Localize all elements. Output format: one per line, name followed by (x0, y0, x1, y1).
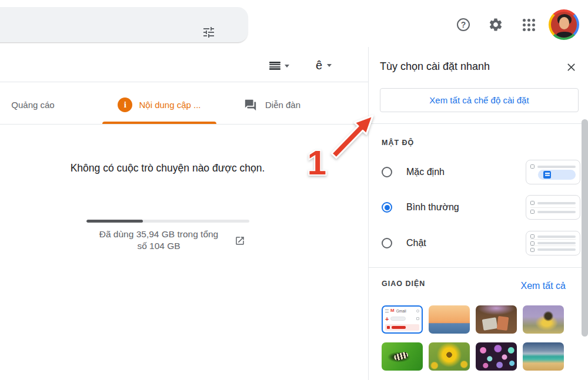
tab-label: Diễn đàn (265, 100, 300, 110)
list-lines-icon (269, 62, 280, 70)
theme-thumbnail-bokeh-lights[interactable] (476, 342, 517, 371)
density-option-label: Chật (406, 238, 426, 248)
density-thumbnail-default (526, 160, 580, 184)
theme-thumbnail-gmail-default[interactable]: M Gmail + (382, 305, 423, 334)
storage-progress-fill (86, 220, 143, 223)
settings-gear-button[interactable] (484, 13, 507, 36)
panel-divider (369, 267, 588, 268)
annotation-step-number: 1 (308, 143, 326, 181)
help-icon: ? (457, 18, 470, 31)
search-bar[interactable] (0, 7, 248, 42)
density-option-default[interactable]: Mặc định (382, 160, 580, 184)
tab-label: Nội dung cập ... (139, 100, 201, 110)
theme-thumbnail-sunflower[interactable] (429, 342, 470, 371)
reading-pane-toggle[interactable] (269, 58, 296, 73)
empty-state-message: Không có cuộc trò chuyện nào được chọn. (26, 162, 309, 174)
radio-default[interactable] (382, 167, 392, 177)
theme-grid: M Gmail + (382, 305, 565, 371)
density-option-comfortable[interactable]: Bình thường (382, 195, 580, 220)
theme-thumbnail-caterpillar[interactable] (382, 342, 423, 371)
tab-updates[interactable]: i Nội dung cập ... (101, 86, 218, 124)
theme-thumbnail-sunset-beach[interactable] (429, 305, 470, 334)
gmail-brand-text: Gmail (396, 309, 406, 313)
density-option-label: Bình thường (406, 202, 459, 213)
input-tools-toggle[interactable]: ê (316, 56, 340, 74)
theme-thumbnail-beach-sky[interactable] (523, 342, 564, 371)
info-icon: i (118, 97, 132, 112)
chevron-down-icon (285, 65, 289, 68)
tab-label: Quảng cáo (11, 100, 54, 110)
density-thumbnail-compact (526, 231, 580, 255)
red-arrow (332, 116, 373, 158)
attachment-chip-icon (543, 171, 551, 179)
panel-divider (369, 123, 588, 124)
gmail-window: ? ê Quảng cáo i Nội dung cập ... (0, 0, 588, 380)
avatar-photo (551, 12, 577, 38)
density-option-label: Mặc định (406, 167, 445, 177)
storage-usage-text: Đã dùng 35,94 GB trong tổng số 104 GB (85, 228, 232, 252)
open-in-new-icon[interactable] (235, 236, 245, 246)
panel-title: Tùy chọn cài đặt nhanh (380, 60, 490, 73)
quick-settings-panel: Tùy chọn cài đặt nhanh Xem tất cả chế độ… (368, 47, 588, 380)
forum-chat-icon (244, 99, 257, 112)
theme-thumbnail-bee-on-flower[interactable] (523, 305, 564, 334)
mini-menu-icon (385, 310, 389, 312)
gmail-logo-m: M (390, 308, 395, 313)
density-header: MẬT ĐỘ (382, 139, 414, 147)
help-button[interactable]: ? (452, 13, 475, 36)
theme-header: GIAO DIỆN (382, 280, 425, 288)
panel-scrollbar[interactable] (582, 119, 588, 337)
density-option-compact[interactable]: Chật (382, 231, 580, 255)
profile-avatar[interactable] (549, 9, 579, 40)
see-all-settings-button[interactable]: Xem tất cả chế độ cài đặt (380, 88, 579, 112)
gear-icon (488, 17, 503, 32)
radio-comfortable[interactable] (382, 202, 392, 213)
input-tools-label: ê (316, 59, 322, 72)
apps-grid-icon (523, 19, 535, 31)
radio-compact[interactable] (382, 238, 392, 248)
toolbar-divider (0, 82, 368, 82)
tabs-divider (0, 124, 368, 125)
mini-compose-plus: + (385, 317, 389, 321)
mini-search-icon (416, 310, 419, 312)
tab-forums[interactable]: Diễn đàn (229, 86, 315, 124)
chevron-down-icon (327, 64, 332, 67)
theme-thumbnail-desk-letters[interactable] (476, 305, 517, 334)
search-options-icon[interactable] (202, 25, 216, 39)
density-thumbnail-comfortable (526, 195, 580, 220)
close-icon (566, 62, 576, 72)
storage-progress-bar (86, 220, 249, 223)
theme-see-all-link[interactable]: Xem tất cả (521, 281, 566, 291)
close-button[interactable] (563, 59, 579, 75)
tab-promotions[interactable]: Quảng cáo (0, 86, 66, 124)
apps-grid-button[interactable] (517, 13, 540, 36)
